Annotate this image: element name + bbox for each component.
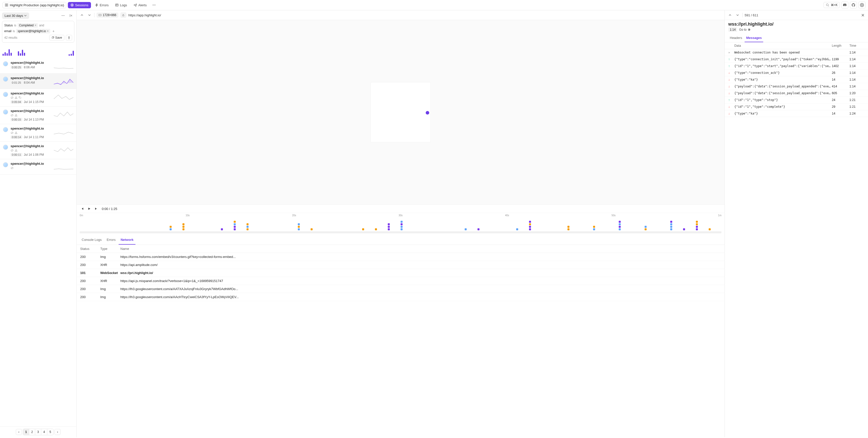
nav-logs[interactable]: Logs <box>113 2 129 8</box>
tab-headers[interactable]: Headers <box>728 34 744 42</box>
page-button[interactable]: 1 <box>23 429 29 435</box>
filter-field[interactable]: Status <box>4 24 13 27</box>
nav-more[interactable] <box>151 2 157 8</box>
avatar <box>3 127 8 132</box>
session-list: spencer@highlight.io 0:00:25 8:06 AM spe… <box>0 58 76 427</box>
page-button[interactable]: 2 <box>29 429 35 435</box>
tab-console[interactable]: Console Logs <box>80 235 104 245</box>
play-button[interactable] <box>87 206 92 211</box>
skip-back-icon <box>81 207 84 210</box>
next-session-button[interactable] <box>87 12 92 18</box>
network-row[interactable]: 200Imghttps://lh3.googleusercontent.com/… <box>76 293 724 301</box>
collapse-sidebar-button[interactable] <box>68 12 74 19</box>
message-row[interactable]: ↓{"type":"ka"}141:14 <box>725 76 868 83</box>
session-item[interactable]: spencer@highlight.io <box>0 159 76 174</box>
next-request-button[interactable] <box>735 12 740 18</box>
message-row[interactable]: ↑{"id":"1","type":"start","payload":{"va… <box>725 63 868 70</box>
timeline-tick: 10s <box>186 214 190 217</box>
session-viewport[interactable] <box>76 20 724 204</box>
remove-chip-icon[interactable]: × <box>35 24 36 27</box>
arrow-up-icon: ↑ <box>728 98 734 102</box>
message-row[interactable]: ↓{"type":"connection_ack"}261:14 <box>725 70 868 76</box>
page-button[interactable]: 5 <box>47 429 53 435</box>
nav-alerts[interactable]: Alerts <box>131 2 149 8</box>
chevron-up-icon <box>81 13 84 16</box>
center-panel: 1728×866 https://app.highlight.io/ 0:00 … <box>76 10 725 437</box>
net-name: https://lh3.googleusercontent.com/a/AAcH… <box>120 295 721 299</box>
add-filter-button[interactable]: + <box>52 29 56 33</box>
discord-button[interactable] <box>841 1 848 8</box>
viewport-dimensions[interactable]: 1728×866 <box>96 12 118 18</box>
page-button[interactable]: 3 <box>35 429 41 435</box>
message-row[interactable]: ↑{"id":"1","type":"stop"}241:21 <box>725 97 868 103</box>
session-email: spencer@highlight.io <box>10 109 51 113</box>
avatar <box>3 145 8 150</box>
messages-table: »Websocket connection has been opened1:1… <box>725 49 868 437</box>
message-row[interactable]: ↑{"type":"connection_init","payload":{"t… <box>725 56 868 63</box>
project-selector[interactable]: Highlight Production (app.highlight.io) <box>2 2 66 8</box>
msg-time: 1:14 <box>849 71 865 75</box>
more-options-button[interactable] <box>60 12 66 19</box>
network-row[interactable]: 200Imghttps://lh3.googleusercontent.com/… <box>76 285 724 293</box>
svg-rect-19 <box>52 37 54 38</box>
msg-length: 1199 <box>832 58 849 61</box>
command-palette-button[interactable]: ⌘+K <box>824 2 840 8</box>
network-row[interactable]: 200Imghttps://forms.hsforms.com/embed/v3… <box>76 253 724 261</box>
session-item[interactable]: spencer@highlight.io 0:00:25 8:06 AM <box>0 58 76 74</box>
avatar <box>3 92 8 97</box>
date-range-selector[interactable]: Last 30 days <box>2 12 29 19</box>
discord-icon <box>843 3 847 7</box>
save-segment-button[interactable]: Save <box>49 35 64 40</box>
filter-value-chip[interactable]: spencer@highlight.io× <box>16 29 50 33</box>
timeline[interactable]: 0m10s20s30s40s50s1m <box>76 213 724 235</box>
page-button[interactable]: 4 <box>41 429 47 435</box>
goto-button[interactable]: Go to <box>739 28 750 31</box>
chevron-down-icon <box>24 14 27 17</box>
close-panel-button[interactable] <box>860 12 866 18</box>
session-item[interactable]: spencer@highlight.io 0:00:11 Jul 14 1:06… <box>0 142 76 159</box>
message-row[interactable]: ↓{"type":"ka"}141:24 <box>725 110 868 117</box>
prev-page-button[interactable]: ‹ <box>16 429 22 435</box>
message-row[interactable]: ↓{"id":"1","type":"complete"}291:21 <box>725 103 868 110</box>
avatar <box>3 77 8 81</box>
session-item[interactable]: spencer@highlight.io 0:00:14 Jul 14 1:11… <box>0 124 76 142</box>
alerts-icon <box>133 3 137 7</box>
tab-errors[interactable]: Errors <box>105 235 118 245</box>
settings-button[interactable] <box>859 1 866 8</box>
session-item[interactable]: spencer@highlight.io 0:05:04 Jul 14 1:15… <box>0 89 76 106</box>
svg-point-23 <box>19 97 20 97</box>
filter-value-chip[interactable]: Completed× <box>18 23 38 28</box>
svg-rect-35 <box>123 15 124 16</box>
tab-messages[interactable]: Messages <box>745 34 763 42</box>
next-page-button[interactable]: › <box>55 429 61 435</box>
timeline-scrubber[interactable] <box>80 231 721 233</box>
skip-forward-button[interactable] <box>94 206 99 211</box>
tab-network[interactable]: Network <box>119 235 135 245</box>
session-sparkline <box>54 127 73 137</box>
session-item[interactable]: spencer@highlight.io 0:01:25 8:04 AM <box>0 74 76 89</box>
github-icon <box>851 3 856 7</box>
skip-back-button[interactable] <box>80 206 85 211</box>
avatar <box>3 109 8 114</box>
delete-segment-button[interactable] <box>66 35 72 40</box>
msg-data: {"id":"1","type":"complete"} <box>734 105 832 108</box>
prev-session-button[interactable] <box>79 12 85 18</box>
filter-field[interactable]: email <box>4 29 11 33</box>
prev-request-button[interactable] <box>727 12 733 18</box>
session-item[interactable]: spencer@highlight.io 0:00:15 Jul 14 1:13… <box>0 106 76 124</box>
msg-time: 1:14 <box>849 51 865 54</box>
github-button[interactable] <box>850 1 857 8</box>
message-row[interactable]: »Websocket connection has been opened1:1… <box>725 49 868 56</box>
request-tabs: Headers Messages <box>725 34 868 42</box>
remove-chip-icon[interactable]: × <box>47 29 49 33</box>
logs-icon <box>115 3 119 7</box>
network-row[interactable]: 101WebSocketwss://pri.highlight.io/ <box>76 269 724 277</box>
network-row[interactable]: 200XHRhttps://api.amplitude.com/ <box>76 261 724 269</box>
network-row[interactable]: 200XHRhttps://api-js.mixpanel.com/track/… <box>76 277 724 285</box>
nav-sessions[interactable]: Sessions <box>68 2 91 8</box>
msg-data: {"type":"ka"} <box>734 112 832 115</box>
message-row[interactable]: ↓{"payload":{"data":{"session_payload_ap… <box>725 83 868 90</box>
message-row[interactable]: ↓{"payload":{"data":{"session_payload_ap… <box>725 90 868 97</box>
net-status: 101 <box>80 271 100 275</box>
nav-errors[interactable]: Errors <box>92 2 111 8</box>
